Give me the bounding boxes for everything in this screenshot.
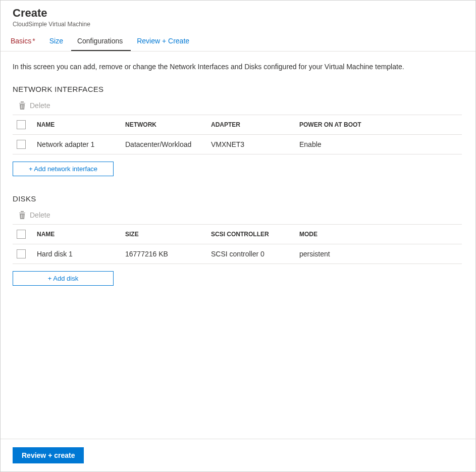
network-row-name: Network adapter 1 bbox=[37, 140, 125, 148]
network-delete-label: Delete bbox=[30, 101, 50, 110]
table-row[interactable]: Hard disk 1 16777216 KB SCSI controller … bbox=[13, 244, 462, 264]
network-grid: NAME NETWORK ADAPTER POWER ON AT BOOT Ne… bbox=[13, 115, 462, 154]
description-text: In this screen you can add, remove or ch… bbox=[13, 63, 463, 71]
network-select-all-checkbox[interactable] bbox=[17, 120, 26, 129]
disks-section-title: DISKS bbox=[13, 194, 463, 203]
network-delete-button[interactable]: Delete bbox=[13, 98, 463, 115]
disks-section: DISKS Delete NAME SIZE SCSI CONTROLLER M… bbox=[13, 194, 463, 286]
network-section: NETWORK INTERFACES Delete NAME NETWORK A… bbox=[13, 85, 463, 176]
tab-basics[interactable]: Basics* bbox=[5, 32, 43, 51]
row-checkbox[interactable] bbox=[17, 249, 26, 258]
disks-grid-header: NAME SIZE SCSI CONTROLLER MODE bbox=[13, 224, 462, 244]
network-header-power: POWER ON AT BOOT bbox=[299, 121, 400, 128]
tab-size[interactable]: Size bbox=[43, 32, 71, 51]
trash-icon bbox=[19, 211, 26, 219]
network-row-network: Datacenter/Workload bbox=[125, 140, 211, 148]
network-row-adapter: VMXNET3 bbox=[211, 140, 299, 148]
row-check-cell bbox=[17, 249, 37, 258]
disks-header-size: SIZE bbox=[125, 231, 211, 238]
tab-configurations[interactable]: Configurations bbox=[71, 32, 131, 51]
disks-header-check bbox=[17, 230, 37, 239]
table-row[interactable]: Network adapter 1 Datacenter/Workload VM… bbox=[13, 135, 462, 154]
row-check-cell bbox=[17, 140, 37, 149]
network-header-name: NAME bbox=[37, 121, 125, 128]
disk-row-name: Hard disk 1 bbox=[37, 250, 125, 258]
trash-icon bbox=[19, 101, 26, 110]
tab-review[interactable]: Review + Create bbox=[131, 32, 197, 51]
tab-size-label: Size bbox=[49, 37, 63, 45]
disks-header-mode: MODE bbox=[299, 231, 400, 238]
page-title: Create bbox=[13, 7, 463, 20]
row-checkbox[interactable] bbox=[17, 140, 26, 149]
disks-delete-button[interactable]: Delete bbox=[13, 208, 463, 224]
tab-bar: Basics* Size Configurations Review + Cre… bbox=[1, 32, 475, 51]
disks-header-name: NAME bbox=[37, 231, 125, 238]
network-header-adapter: ADAPTER bbox=[211, 121, 299, 128]
review-create-button[interactable]: Review + create bbox=[13, 447, 84, 463]
tab-basics-label: Basics bbox=[11, 37, 31, 45]
disks-header-scsi: SCSI CONTROLLER bbox=[211, 231, 299, 238]
network-section-title: NETWORK INTERFACES bbox=[13, 85, 463, 93]
network-header-network: NETWORK bbox=[125, 121, 211, 128]
add-disk-button[interactable]: + Add disk bbox=[13, 271, 114, 286]
page-footer: Review + create bbox=[1, 439, 475, 471]
tab-basics-asterisk: * bbox=[32, 37, 35, 45]
add-network-interface-button[interactable]: + Add network interface bbox=[13, 162, 114, 176]
content-area: In this screen you can add, remove or ch… bbox=[1, 51, 475, 439]
page-header: Create CloudSimple Virtual Machine bbox=[1, 1, 475, 32]
disk-row-mode: persistent bbox=[299, 250, 400, 258]
disks-delete-label: Delete bbox=[30, 211, 50, 219]
disk-row-scsi: SCSI controller 0 bbox=[211, 250, 299, 258]
tab-review-label: Review + Create bbox=[137, 37, 189, 45]
disks-select-all-checkbox[interactable] bbox=[17, 230, 26, 239]
network-header-check bbox=[17, 120, 37, 129]
page-container: Create CloudSimple Virtual Machine Basic… bbox=[0, 0, 476, 472]
tab-configurations-label: Configurations bbox=[77, 37, 123, 45]
disks-grid: NAME SIZE SCSI CONTROLLER MODE Hard disk… bbox=[13, 224, 462, 264]
network-grid-header: NAME NETWORK ADAPTER POWER ON AT BOOT bbox=[13, 115, 462, 135]
disk-row-size: 16777216 KB bbox=[125, 250, 211, 258]
network-row-power: Enable bbox=[299, 140, 400, 148]
page-subtitle: CloudSimple Virtual Machine bbox=[13, 21, 463, 28]
